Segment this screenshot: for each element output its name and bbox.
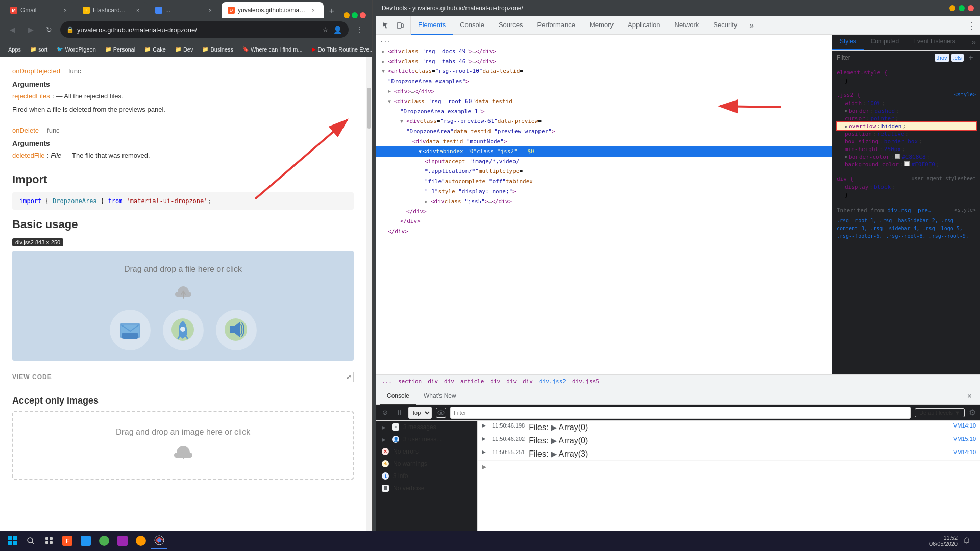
maximize-btn[interactable] (352, 12, 358, 18)
eye-icon-btn[interactable] (436, 408, 446, 418)
console-filter-input[interactable] (450, 407, 911, 419)
dom-line-jss5[interactable]: ▶ <div class="jss5">…</div> (376, 196, 832, 207)
dom-line-close-1[interactable]: </div> (376, 207, 832, 217)
dom-tree-panel[interactable]: ... ▶ <div class="rsg--docs-49">…</div> … (376, 35, 832, 374)
browser-tab-3[interactable]: ... × (149, 2, 220, 18)
tab-close-active[interactable]: × (309, 6, 317, 14)
dom-line-input-3[interactable]: "file" autocomplete="off" tabindex= (376, 177, 832, 187)
browser-tab-active[interactable]: D yuvaleros.github.io/material-ui-dro...… (222, 2, 324, 18)
breadcrumb-div1[interactable]: div (426, 377, 440, 386)
dom-line-input-4[interactable]: "-1" style="display: none;"> (376, 187, 832, 197)
task-view-btn[interactable] (41, 533, 57, 549)
tab-close-2[interactable]: × (134, 6, 142, 14)
color-swatch-border[interactable] (895, 154, 900, 159)
dom-line-2[interactable]: ▶ <div class="rsg--tabs-46">…</div> (376, 57, 832, 67)
bookmark-sort[interactable]: 📁 sort (26, 43, 52, 56)
bookmark-business[interactable]: 📁 Business (198, 43, 237, 56)
bookmark-cake[interactable]: 📁 Cake (140, 43, 170, 56)
taskbar-app-5[interactable] (133, 533, 149, 549)
devtools-tab-elements[interactable]: Elements (411, 16, 453, 35)
dropzone-demo-basic[interactable]: Drag and drop a file here or click (12, 251, 354, 361)
color-swatch-bg[interactable] (904, 161, 910, 166)
styles-tab-styles[interactable]: Styles (832, 35, 864, 50)
profile-icon[interactable]: 👤 (332, 24, 342, 35)
minimize-btn[interactable] (344, 12, 350, 18)
dom-line-1[interactable]: ▶ <div class="rsg--docs-49">…</div> (376, 46, 832, 57)
devtools-tab-network[interactable]: Network (668, 16, 706, 35)
console-clear-btn[interactable]: ⊘ (380, 408, 390, 418)
dom-line-6b[interactable]: "DropzoneArea" data-testid="preview-wrap… (376, 127, 832, 137)
log-expand-2[interactable]: ▶ (482, 436, 486, 441)
breadcrumb-div3[interactable]: div (488, 377, 502, 386)
breadcrumb-jss5[interactable]: div.jss5 (570, 377, 601, 386)
console-tab[interactable]: Console (380, 388, 416, 405)
bookmark-where[interactable]: 🔖 Where can I find m... (238, 43, 306, 56)
styles-filter-input[interactable] (837, 54, 933, 61)
default-levels-btn[interactable]: Default levels ▼ (915, 408, 965, 417)
console-settings-icon[interactable]: ⚙ (969, 408, 976, 417)
breadcrumb-ellipsis[interactable]: ... (380, 377, 394, 386)
dom-line-7[interactable]: <div data-testid="mountNode"> (376, 137, 832, 147)
dom-line-4[interactable]: ▶ <div>…</div> (376, 87, 832, 97)
hover-filter-btn[interactable]: :hov (935, 54, 949, 62)
devtools-inspect-icon[interactable] (380, 19, 392, 32)
taskbar-chrome[interactable] (151, 533, 167, 549)
taskbar-app-1[interactable]: F (59, 533, 76, 549)
devtools-device-icon[interactable] (394, 19, 406, 32)
devtools-menu[interactable]: ⋮ (963, 16, 980, 35)
sidebar-user-messages[interactable]: ▶ 👤 3 user mess... (376, 433, 477, 445)
dom-line-3b[interactable]: "DropzoneArea-examples"> (376, 77, 832, 87)
view-code-bar[interactable]: VIEW CODE ⤢ (12, 367, 354, 387)
devtools-tab-memory[interactable]: Memory (582, 16, 621, 35)
bookmark-personal[interactable]: 📁 Personal (101, 43, 139, 56)
bookmark-dev[interactable]: 📁 Dev (171, 43, 198, 56)
start-button[interactable] (4, 533, 20, 549)
back-button[interactable]: ◀ (5, 22, 19, 37)
whats-new-tab[interactable]: What's New (416, 388, 463, 405)
browser-scrollbar[interactable] (366, 57, 372, 531)
tab-close-3[interactable]: × (206, 6, 214, 14)
add-style-btn[interactable]: + (966, 53, 976, 63)
dom-line-selected[interactable]: ▼ <div tabindex="0" class="jss2" == $0 (376, 146, 832, 157)
expand-icon[interactable]: ⤢ (344, 372, 354, 382)
sidebar-messages[interactable]: ▶ ≡ 3 messages (376, 421, 477, 433)
dropzone-demo-images[interactable]: Drag and drop an image here or click (12, 411, 354, 480)
devtools-tab-console[interactable]: Console (453, 16, 492, 35)
extensions-button[interactable]: ⋮ (353, 22, 367, 37)
breadcrumb-div2[interactable]: div (442, 377, 456, 386)
breadcrumb-div5[interactable]: div (521, 377, 535, 386)
sidebar-info[interactable]: ℹ 3 info (376, 470, 477, 482)
dom-line-6[interactable]: ▼ <div class="rsg--preview-61" data-prev… (376, 116, 832, 127)
console-input[interactable] (489, 463, 976, 470)
devtools-minimize[interactable] (949, 5, 955, 11)
console-pause-btn[interactable]: ⏸ (394, 408, 404, 418)
log-source-2[interactable]: VM15:10 (953, 436, 976, 442)
forward-button[interactable]: ▶ (23, 22, 38, 37)
bookmark-apps[interactable]: Apps (4, 43, 25, 56)
taskbar-app-3[interactable] (96, 533, 112, 549)
bookmark-wordpigeon[interactable]: 🐦 WordPigeon (53, 43, 100, 56)
tab-close-gmail[interactable]: × (61, 6, 69, 14)
devtools-tab-sources[interactable]: Sources (492, 16, 530, 35)
notification-icon[interactable] (962, 536, 972, 546)
bottom-panel-close[interactable]: × (963, 392, 976, 401)
styles-tab-computed[interactable]: Computed (864, 35, 906, 50)
log-expand-1[interactable]: ▶ (482, 422, 486, 428)
dom-line-3[interactable]: ▼ <article class="rsg--root-10" data-tes… (376, 66, 832, 77)
search-taskbar-btn[interactable] (22, 533, 39, 549)
devtools-maximize[interactable] (959, 5, 965, 11)
dom-line-input-2[interactable]: *,application/*" multiple type= (376, 166, 832, 177)
dom-expand-btn[interactable]: ... (376, 35, 832, 46)
styles-tab-event-listeners[interactable]: Event Listeners (906, 35, 963, 50)
styles-tab-more[interactable]: » (967, 35, 980, 50)
address-bar[interactable]: 🔒 yuvaleros.github.io/material-ui-dropzo… (60, 21, 349, 38)
inherited-from-link[interactable]: div.rsg--pre… (887, 207, 931, 214)
bookmark-icon[interactable]: ☆ (320, 24, 330, 35)
devtools-tab-performance[interactable]: Performance (530, 16, 582, 35)
log-source-1[interactable]: VM14:10 (953, 422, 976, 429)
breadcrumb-section[interactable]: section (396, 377, 424, 386)
breadcrumb-article[interactable]: article (458, 377, 486, 386)
log-source-3[interactable]: VM14:10 (953, 449, 976, 455)
browser-tab-gmail[interactable]: M Gmail × (4, 2, 76, 18)
browser-tab-2[interactable]: ⚡ Flashcard... × (77, 2, 148, 18)
